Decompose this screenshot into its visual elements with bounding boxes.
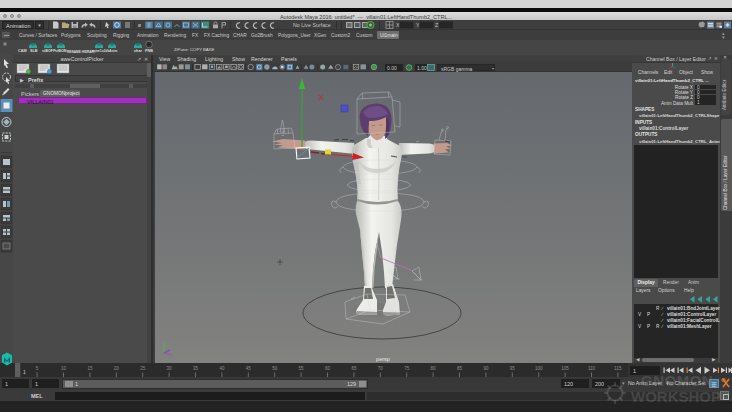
svg-text:45: 45 (246, 366, 252, 371)
svg-text:35: 35 (193, 366, 199, 371)
svg-text:25: 25 (140, 366, 146, 371)
svg-text:SLB: SLB (30, 49, 38, 53)
svg-text:No Live Surface: No Live Surface (293, 22, 331, 28)
svg-text:Z: Z (435, 22, 439, 28)
svg-text:1: 1 (23, 369, 26, 375)
svg-text:105: 105 (561, 366, 569, 371)
svg-text:animCo2dbAnim: animCo2dbAnim (92, 49, 117, 53)
svg-text:char: char (134, 49, 143, 53)
svg-text:Y: Y (416, 22, 420, 28)
svg-text:10: 10 (61, 366, 67, 371)
svg-text:100: 100 (535, 366, 543, 371)
svg-text:90: 90 (483, 366, 489, 371)
svg-text:PNB: PNB (145, 49, 153, 53)
svg-text:15: 15 (87, 366, 93, 371)
svg-text:CAM: CAM (18, 49, 27, 53)
svg-text:COPY: COPY (190, 47, 202, 52)
svg-text:65: 65 (351, 366, 357, 371)
svg-text:80: 80 (431, 366, 437, 371)
svg-text:40: 40 (219, 366, 225, 371)
svg-text:1: 1 (633, 368, 636, 374)
svg-text:ZiPane:: ZiPane: (174, 47, 189, 52)
svg-text:110: 110 (588, 366, 596, 371)
svg-text:BAKE: BAKE (203, 47, 215, 52)
svg-text:70: 70 (378, 366, 384, 371)
svg-text:75: 75 (404, 366, 410, 371)
svg-text:siBON: siBON (55, 49, 67, 53)
svg-text:50: 50 (272, 366, 278, 371)
svg-text:30: 30 (167, 366, 173, 371)
svg-text:55: 55 (299, 366, 305, 371)
svg-text:85: 85 (457, 366, 463, 371)
svg-text:X: X (396, 22, 400, 28)
svg-text:20: 20 (114, 366, 120, 371)
svg-text:persp: persp (376, 356, 390, 362)
svg-text:95: 95 (510, 366, 516, 371)
svg-text:60: 60 (325, 366, 331, 371)
svg-text:115: 115 (614, 366, 622, 371)
